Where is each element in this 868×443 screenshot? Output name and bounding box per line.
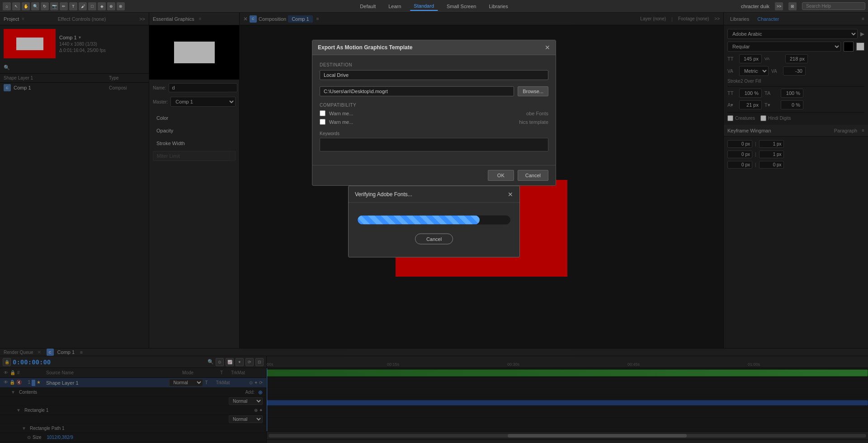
verifying-close-btn[interactable]: ✕ <box>508 191 513 198</box>
browse-btn[interactable]: Browse... <box>518 86 548 96</box>
more-icon[interactable]: >> <box>775 2 783 10</box>
graphics-label: hics template <box>519 119 548 125</box>
compatibility-label: Compatibility <box>320 103 548 108</box>
export-dialog-body: Destination Local Drive Browse... Compat… <box>312 55 556 165</box>
cancel-btn[interactable]: Cancel <box>518 170 548 181</box>
path-row: Browse... <box>320 86 548 96</box>
path-input[interactable] <box>320 86 514 96</box>
ok-btn[interactable]: OK <box>488 170 514 181</box>
export-dialog-titlebar: Export As Motion Graphics Template ✕ <box>312 40 556 55</box>
zoom-icon[interactable]: 🔍 <box>31 2 39 10</box>
menu-right-group: chracter duik >> ⊞ <box>741 2 865 10</box>
tab-default[interactable]: Default <box>356 2 379 10</box>
menu-bar: ⌂ ↖ ✋ 🔍 ↻ 📷 ✏ T 🖌 □ ◈ ⊕ ⊗ Default Learn … <box>0 0 868 13</box>
destination-select[interactable]: Local Drive <box>320 70 548 80</box>
export-dialog: Export As Motion Graphics Template ✕ Des… <box>312 40 556 186</box>
pen-icon[interactable]: ✏ <box>60 2 68 10</box>
verifying-dialog: Verifying Adobe Fonts... ✕ Cancel <box>348 186 520 258</box>
tab-libraries[interactable]: Libraries <box>485 2 511 10</box>
motion-icon[interactable]: ⊗ <box>117 2 125 10</box>
verifying-titlebar: Verifying Adobe Fonts... ✕ <box>349 186 519 203</box>
warn-checkbox-row1: Warn me... obe Fonts <box>320 110 548 116</box>
tab-learn[interactable]: Learn <box>385 2 405 10</box>
text-icon[interactable]: T <box>69 2 77 10</box>
main-layout: Project ≡ Effect Controls (none) >> Comp… <box>0 13 868 443</box>
brush-icon[interactable]: 🖌 <box>79 2 87 10</box>
destination-label: Destination <box>320 62 548 67</box>
warn-checkbox-row2: Warn me... hics template <box>320 119 548 125</box>
path-section: Browse... <box>320 86 548 96</box>
export-dialog-title: Export As Motion Graphics Template <box>318 44 412 51</box>
verifying-cancel-btn[interactable]: Cancel <box>415 234 453 245</box>
search-input[interactable] <box>802 2 865 10</box>
home-icon[interactable]: ⌂ <box>3 2 11 10</box>
keywords-input-area[interactable] <box>320 138 548 151</box>
select-icon[interactable]: ↖ <box>12 2 20 10</box>
warn-label2: Warn me... <box>329 119 353 125</box>
warn-checkbox2[interactable] <box>320 119 326 125</box>
camera-icon[interactable]: 📷 <box>50 2 58 10</box>
hand-icon[interactable]: ✋ <box>22 2 30 10</box>
export-dialog-footer: OK Cancel <box>312 165 556 185</box>
fonts-label: obe Fonts <box>526 111 548 116</box>
tab-standard[interactable]: Standard <box>410 2 438 11</box>
rotate-icon[interactable]: ↻ <box>41 2 49 10</box>
verifying-title: Verifying Adobe Fonts... <box>355 191 412 198</box>
puppet-icon[interactable]: ⊕ <box>107 2 115 10</box>
progress-bar-container <box>358 216 510 225</box>
export-dialog-close[interactable]: ✕ <box>545 44 550 51</box>
progress-bar-fill <box>358 216 480 225</box>
warn-checkbox1[interactable] <box>320 110 326 116</box>
tab-smallscreen[interactable]: Small Screen <box>443 2 480 10</box>
workspace-tabs: Default Learn Standard Small Screen Libr… <box>356 2 511 11</box>
verifying-body: Cancel <box>349 203 519 257</box>
shape-icon[interactable]: □ <box>88 2 96 10</box>
keywords-section: Keywords <box>320 131 548 151</box>
toolbar-icons: ⌂ ↖ ✋ 🔍 ↻ 📷 ✏ T 🖌 □ ◈ ⊕ ⊗ <box>3 2 125 10</box>
warn-label1: Warn me... <box>329 111 353 116</box>
mask-icon[interactable]: ◈ <box>98 2 106 10</box>
keywords-label: Keywords <box>320 131 548 136</box>
user-label: chracter duik <box>741 4 769 9</box>
workspace-btn[interactable]: ⊞ <box>788 2 797 10</box>
destination-section: Destination Local Drive <box>320 62 548 80</box>
compatibility-section: Compatibility Warn me... obe Fonts Warn … <box>320 103 548 125</box>
